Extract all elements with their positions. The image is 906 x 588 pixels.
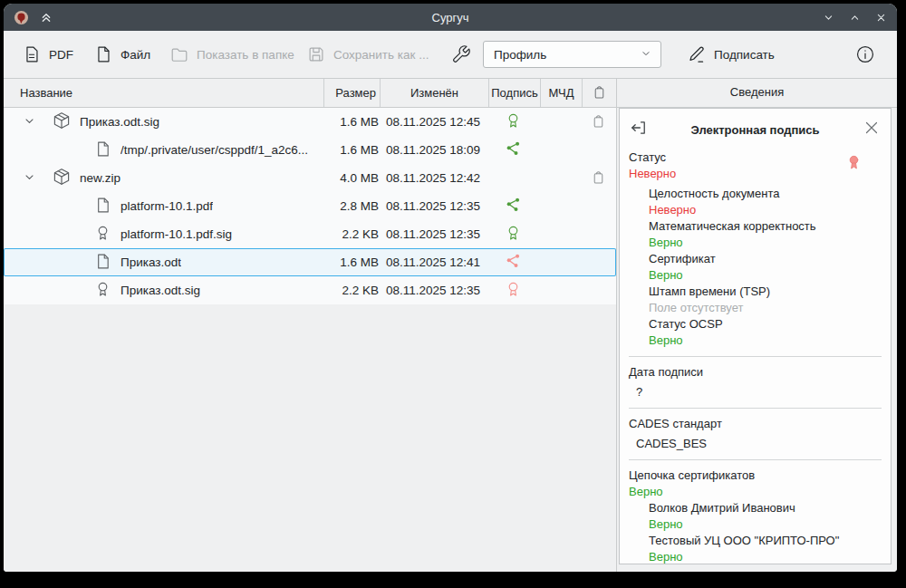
column-header-name[interactable]: Название [4,79,323,107]
row-size: 1.6 MB [323,115,379,129]
table-row[interactable]: Приказ.odt.sig2.2 KB08.11.2025 12:35 [4,276,616,304]
row-modified: 08.11.2025 12:35 [379,284,487,297]
pdf-document-icon [22,44,42,64]
certificate-name: Тестовый УЦ ООО "КРИПТО-ПРО" [649,533,882,549]
app-icon [13,9,30,26]
column-header-size[interactable]: Размер [323,79,380,107]
row-modified: 08.11.2025 12:42 [379,171,487,185]
row-signature [487,140,539,160]
table-row[interactable]: Приказ.odt1.6 MB08.11.2025 12:41 [4,248,616,276]
status-label: Статус [629,149,842,166]
check-label: Целостность документа [649,186,882,202]
profile-select[interactable]: Профиль [483,41,661,68]
row-signature [487,280,539,302]
pdf-button[interactable]: PDF [22,44,73,64]
folder-icon [169,44,189,64]
shade-window-icon[interactable] [39,10,53,24]
row-name-label: Приказ.odt.sig [80,115,159,129]
row-name-label: new.zip [80,171,120,185]
share-invalid-icon[interactable] [505,252,523,273]
divider [629,356,882,357]
signature-check-item: Целостность документаНеверно [649,186,882,218]
trash-icon [591,83,608,103]
close-window-icon[interactable] [874,11,888,24]
column-header-mchd[interactable]: МЧД [540,79,582,107]
row-name: Приказ.odt.sig [4,280,323,302]
row-name-label: Приказ.odt [120,255,181,269]
show-in-folder-button[interactable]: Показать в папке [169,44,294,64]
pen-icon [686,44,707,65]
check-value: Верно [649,333,882,349]
file-button[interactable]: Файл [93,44,150,64]
row-name: platform-10.1.pdf [4,196,323,217]
column-header-modified[interactable]: Изменён [380,79,488,107]
row-name-label: platform-10.1.pdf [120,199,213,213]
share-valid-icon[interactable] [505,140,523,160]
file-button-label: Файл [120,48,150,62]
info-button[interactable] [855,44,875,64]
badge-valid-icon[interactable] [504,224,523,246]
row-size: 1.6 MB [323,255,379,269]
check-label: Сертификат [649,251,882,267]
row-delete [581,112,615,132]
row-name-label: /tmp/.private/user/csppdf/1_a2c6... [120,143,308,157]
save-as-label: Сохранить как ... [333,48,429,62]
expander-chevron-down-icon[interactable] [22,113,37,131]
close-panel-icon[interactable] [862,118,882,142]
chevron-down-icon [639,46,653,63]
row-name: platform-10.1.pdf.sig [4,224,323,246]
column-header-signature[interactable]: Подпись [488,79,540,107]
file-icon [93,196,112,217]
sign-date-value: ? [636,384,882,400]
save-as-button[interactable]: Сохранить как ... [306,44,429,64]
certificate-status: Верно [649,516,882,533]
minimize-icon[interactable] [822,11,835,24]
status-value: Неверно [629,166,842,182]
table-row[interactable]: platform-10.1.pdf2.8 MB08.11.2025 12:35 [4,192,616,220]
file-tree: Приказ.odt.sig1.6 MB08.11.2025 12:45/tmp… [4,108,617,572]
column-header-delete[interactable] [582,79,616,107]
table-header: Название Размер Изменён Подпись МЧД Свед… [4,78,897,108]
row-signature [487,111,539,133]
settings-wrench-button[interactable] [451,44,471,64]
signature-check-item: Статус OCSPВерно [649,316,882,349]
row-modified: 08.11.2025 12:45 [379,115,487,129]
badge-valid-icon[interactable] [504,111,523,133]
table-row[interactable]: new.zip4.0 MB08.11.2025 12:42 [4,164,616,192]
signature-check-item: СертификатВерно [649,251,882,284]
pdf-button-label: PDF [49,48,73,62]
trash-icon[interactable] [590,169,607,188]
check-label: Математическая корректность [649,218,882,235]
row-modified: 08.11.2025 12:35 [379,227,487,241]
row-modified: 08.11.2025 12:35 [379,199,487,213]
row-name: /tmp/.private/user/csppdf/1_a2c6... [4,140,323,161]
wrench-icon [451,44,471,64]
check-value: Верно [649,235,882,251]
badge-invalid-icon[interactable] [504,280,523,302]
expander-chevron-down-icon[interactable] [22,169,37,188]
content-area: Приказ.odt.sig1.6 MB08.11.2025 12:45/tmp… [4,108,897,572]
file-icon [93,140,112,161]
row-modified: 08.11.2025 18:09 [379,143,487,157]
row-name: Приказ.odt [4,252,323,274]
row-name: new.zip [4,167,323,189]
row-size: 2.8 MB [323,199,379,213]
trash-icon[interactable] [590,112,607,132]
sign-button[interactable]: Подписать [686,44,775,65]
info-icon [855,44,875,64]
seal-badge-icon [844,153,863,177]
table-row[interactable]: /tmp/.private/user/csppdf/1_a2c6...1.6 M… [4,136,616,164]
maximize-icon[interactable] [848,11,862,24]
share-valid-icon[interactable] [505,196,523,217]
chain-label: Цепочка сертификатов [629,468,882,484]
details-header: Сведения [617,79,897,107]
table-row[interactable]: Приказ.odt.sig1.6 MB08.11.2025 12:45 [4,108,616,136]
signature-check-item: Математическая корректностьВерно [649,218,882,251]
back-icon[interactable] [629,118,649,142]
save-icon [306,44,326,64]
table-row[interactable]: platform-10.1.pdf.sig2.2 KB08.11.2025 12… [4,220,616,248]
check-value: Верно [649,267,882,284]
file-icon [93,44,113,64]
certificate-chain-item: Тестовый УЦ ООО "КРИПТО-ПРО"Верно [649,533,882,564]
row-name: Приказ.odt.sig [4,111,323,133]
